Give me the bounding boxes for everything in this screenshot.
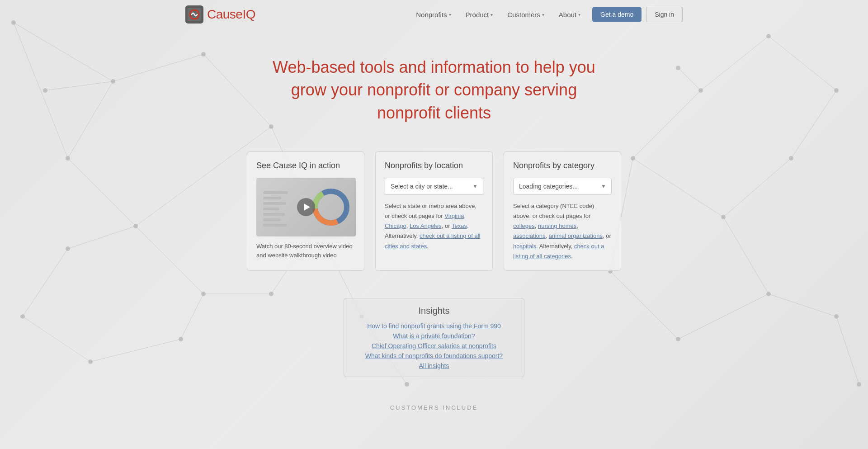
- category-select[interactable]: Loading categories...: [513, 178, 612, 195]
- video-card: See Cause IQ in action: [247, 151, 364, 271]
- virginia-link[interactable]: Virginia: [444, 213, 464, 219]
- logo-icon: [185, 5, 203, 24]
- cards-row: See Cause IQ in action: [0, 142, 868, 289]
- colleges-link[interactable]: colleges: [513, 222, 535, 229]
- get-demo-button[interactable]: Get a demo: [592, 7, 642, 22]
- category-card: Nonprofits by category Loading categorie…: [504, 151, 621, 271]
- category-card-desc: Select a category (NTEE code) above, or …: [513, 201, 612, 261]
- associations-link[interactable]: associations: [513, 232, 546, 239]
- video-card-title: See Cause IQ in action: [256, 161, 355, 170]
- sign-in-button[interactable]: Sign in: [646, 7, 683, 22]
- los-angeles-link[interactable]: Los Angeles: [410, 222, 442, 229]
- customers-label: CUSTOMERS INCLUDE: [9, 404, 859, 411]
- insights-box: Insights How to find nonprofit grants us…: [344, 298, 524, 377]
- insights-title: Insights: [362, 306, 506, 316]
- hero-section: Web-based tools and information to help …: [0, 29, 868, 142]
- location-card-title: Nonprofits by location: [385, 161, 483, 170]
- logo[interactable]: CauseIQ: [185, 5, 255, 24]
- insights-link-2[interactable]: Chief Operating Officer salaries at nonp…: [362, 342, 506, 350]
- svg-rect-69: [263, 224, 287, 227]
- logo-text: CauseIQ: [207, 7, 255, 22]
- insights-link-4[interactable]: All insights: [362, 362, 506, 369]
- location-select[interactable]: Select a city or state...: [385, 178, 483, 195]
- insights-link-3[interactable]: What kinds of nonprofits do foundations …: [362, 352, 506, 359]
- category-card-title: Nonprofits by category: [513, 161, 612, 170]
- location-select-wrapper: Select a city or state... ▼: [385, 178, 483, 195]
- play-icon: [304, 203, 310, 211]
- about-caret-icon: ▾: [578, 12, 580, 17]
- video-caption: Watch our 80-second overview video and w…: [256, 242, 355, 260]
- nav-product[interactable]: Product ▾: [459, 7, 500, 22]
- texas-link[interactable]: Texas: [452, 222, 467, 229]
- insights-link-1[interactable]: What is a private foundation?: [362, 332, 506, 340]
- svg-rect-66: [263, 208, 279, 210]
- animal-organizations-link[interactable]: animal organizations: [549, 232, 603, 239]
- chicago-link[interactable]: Chicago: [385, 222, 406, 229]
- customers-section: CUSTOMERS INCLUDE: [0, 395, 868, 420]
- location-card-desc: Select a state or metro area above, or c…: [385, 201, 483, 251]
- category-select-wrapper: Loading categories... ▼: [513, 178, 612, 195]
- insights-link-0[interactable]: How to find nonprofit grants using the F…: [362, 322, 506, 330]
- nav-links: Nonprofits ▾ Product ▾ Customers ▾ About…: [410, 7, 683, 22]
- location-card: Nonprofits by location Select a city or …: [375, 151, 493, 271]
- svg-rect-65: [263, 202, 286, 205]
- nursing-homes-link[interactable]: nursing homes: [538, 222, 576, 229]
- hero-title: Web-based tools and information to help …: [262, 56, 606, 124]
- svg-rect-63: [263, 191, 288, 194]
- insights-section: Insights How to find nonprofit grants us…: [0, 289, 868, 395]
- navbar: CauseIQ Nonprofits ▾ Product ▾ Customers…: [0, 0, 868, 29]
- all-cities-states-link[interactable]: check out a listing of all cities and st…: [385, 232, 480, 249]
- nav-customers[interactable]: Customers ▾: [501, 7, 551, 22]
- product-caret-icon: ▾: [491, 12, 493, 17]
- svg-rect-68: [263, 218, 280, 221]
- customers-caret-icon: ▾: [542, 12, 544, 17]
- nav-nonprofits[interactable]: Nonprofits ▾: [410, 7, 457, 22]
- insights-links: How to find nonprofit grants using the F…: [362, 322, 506, 369]
- nav-about[interactable]: About ▾: [552, 7, 587, 22]
- hospitals-link[interactable]: hospitals: [513, 243, 536, 250]
- svg-rect-64: [263, 197, 281, 199]
- video-thumbnail[interactable]: [256, 178, 356, 236]
- svg-rect-67: [263, 213, 285, 216]
- play-button[interactable]: [297, 198, 315, 216]
- nonprofits-caret-icon: ▾: [449, 12, 451, 17]
